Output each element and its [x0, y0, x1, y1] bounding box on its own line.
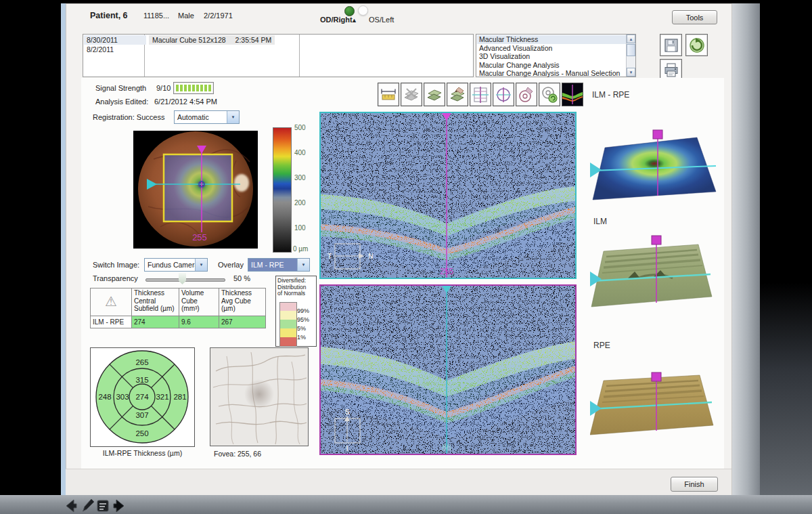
os-label[interactable]: OS/Left	[369, 16, 394, 24]
od-label[interactable]: OD/Right	[320, 16, 353, 24]
delete-layers-button[interactable]	[401, 83, 422, 106]
legend-band-0	[279, 337, 297, 347]
scrollbar-thumb[interactable]	[627, 44, 635, 56]
ilm-surface-map-3d[interactable]	[590, 232, 723, 320]
horizontal-bscan-panel[interactable]: T N 255	[319, 112, 577, 279]
orient-inferior-label: I	[346, 445, 348, 452]
legend-label: 95%	[297, 316, 309, 323]
table-row[interactable]: ILM - RPE 274 9.6 267	[90, 316, 266, 328]
warning-icon: ⚠	[90, 288, 132, 316]
player-controls	[63, 498, 137, 514]
map3d-bottom-label: RPE	[593, 341, 610, 350]
ilm-rpe-thickness-map-3d[interactable]	[590, 127, 723, 219]
scroll-up-icon[interactable]: ▲	[627, 35, 635, 43]
table-col-header: VolumeCube(mm³)	[179, 288, 219, 316]
target-copy-button[interactable]	[539, 83, 560, 106]
exam-date-item[interactable]: 8/2/2011	[84, 45, 146, 54]
edit-layer-button[interactable]	[447, 83, 468, 106]
analysis-item[interactable]: 3D Visualization	[477, 52, 626, 61]
circle-grid-button[interactable]	[493, 83, 514, 106]
map3d-mid-label: ILM	[593, 217, 607, 226]
etdrs-inner-left: 303	[116, 393, 129, 401]
legend-label: 5%	[297, 325, 306, 332]
pencil-icon[interactable]	[80, 498, 95, 514]
analysis-edited-label: Analysis Edited:	[95, 98, 148, 106]
fundus-image-panel[interactable]: 255	[133, 131, 258, 249]
scale-tick: 400	[294, 149, 306, 156]
orient-nasal-label: N	[368, 253, 373, 260]
prev-arrow-icon[interactable]	[63, 498, 79, 514]
analysis-item[interactable]: Macular Change Analysis - Manual Selecti…	[477, 69, 626, 78]
revert-button[interactable]	[685, 34, 708, 56]
layers-icon	[426, 86, 443, 104]
signal-strength-value: 9/10	[156, 84, 171, 92]
caliper-icon	[380, 86, 397, 104]
overlay-label: Overlay	[218, 261, 244, 269]
next-arrow-icon[interactable]	[111, 498, 127, 514]
target-copy-icon	[541, 86, 558, 104]
central-subfield-value: 274	[131, 316, 179, 328]
tools-button[interactable]: Tools	[672, 10, 717, 24]
etdrs-inner-top: 315	[135, 376, 148, 384]
etdrs-outer-bottom: 250	[135, 429, 148, 437]
target-pen-icon	[518, 86, 535, 104]
overlay-select[interactable]: ILM - RPE ▼	[248, 258, 310, 272]
legend-band-5	[279, 320, 297, 329]
od-indicator-dot[interactable]	[344, 6, 355, 16]
etdrs-inner-bottom: 307	[135, 411, 148, 419]
registration-status-label: Registration: Success	[93, 113, 164, 121]
scan-item[interactable]: Macular Cube 512x128 2:35:54 PM	[149, 35, 275, 45]
fundus-slice-label: 255	[192, 232, 207, 242]
patient-dob: 2/2/1971	[204, 12, 233, 20]
printer-icon	[662, 62, 680, 79]
target-edit-button[interactable]	[516, 83, 537, 106]
grid-overlay-button[interactable]	[470, 83, 491, 106]
etdrs-outer-top: 265	[135, 358, 148, 366]
patient-sex: Male	[178, 12, 194, 20]
overlay-value: ILM - RPE	[248, 259, 297, 271]
table-col-header: ThicknessCentralSubfield (µm)	[131, 288, 179, 316]
analysis-scrollbar[interactable]: ▲ ▼	[626, 35, 635, 77]
etdrs-center: 274	[135, 393, 149, 401]
switch-image-select[interactable]: Fundus Camera ▼	[144, 258, 208, 272]
exam-date-item[interactable]: 8/30/2011	[84, 35, 146, 45]
signal-strength-label: Signal Strength	[95, 84, 146, 92]
grid-crosshair-icon	[472, 86, 489, 104]
orient-temporal-label: T	[328, 253, 332, 260]
etdrs-grid: 265 315 248 303 274 321 281 307 250	[90, 347, 195, 447]
vertical-bscan-panel[interactable]: S I 66	[319, 284, 577, 455]
layers-button[interactable]	[424, 83, 445, 106]
refresh-icon	[688, 37, 706, 54]
analysis-item[interactable]: Advanced Visualization	[477, 44, 626, 53]
scale-zero-label: 0 µm	[293, 245, 308, 253]
floppy-icon	[663, 37, 679, 53]
fovea-map	[210, 347, 309, 446]
od-selected-marker-icon: ▲	[351, 17, 357, 24]
bscan-bottom-slice-number: 66	[442, 443, 451, 452]
os-indicator-dot[interactable]	[358, 5, 368, 16]
etdrs-caption: ILM-RPE Thickness (µm)	[90, 449, 195, 457]
rpe-surface-map-3d[interactable]	[590, 366, 723, 452]
chevron-down-icon[interactable]: ▼	[297, 259, 309, 271]
table-row-header: ILM - RPE	[90, 316, 132, 328]
save-button[interactable]	[660, 34, 682, 56]
caliper-tool-button[interactable]	[378, 83, 399, 106]
scan-name: Macular Cube 512x128	[152, 36, 226, 44]
notes-icon[interactable]	[95, 498, 110, 514]
bscan-preview-button[interactable]	[562, 83, 583, 106]
analysis-item[interactable]: Macular Thickness	[477, 35, 626, 44]
patient-id: 11185...	[143, 12, 169, 20]
background-right	[760, 0, 812, 514]
scroll-down-icon[interactable]: ▼	[627, 68, 635, 77]
chevron-down-icon[interactable]: ▼	[195, 259, 207, 271]
background-gradient-strip	[732, 3, 760, 495]
layers-disabled-icon	[403, 86, 420, 104]
map3d-top-label: ILM - RPE	[592, 90, 629, 100]
chevron-down-icon[interactable]: ▼	[227, 111, 239, 123]
scale-tick: 300	[294, 174, 306, 181]
analysis-item[interactable]: Macular Change Analysis	[477, 61, 626, 70]
thickness-color-scale	[273, 127, 292, 253]
registration-mode-select[interactable]: Automatic ▼	[174, 110, 240, 124]
circle-crosshair-icon	[495, 86, 512, 104]
finish-button[interactable]: Finish	[671, 477, 718, 492]
